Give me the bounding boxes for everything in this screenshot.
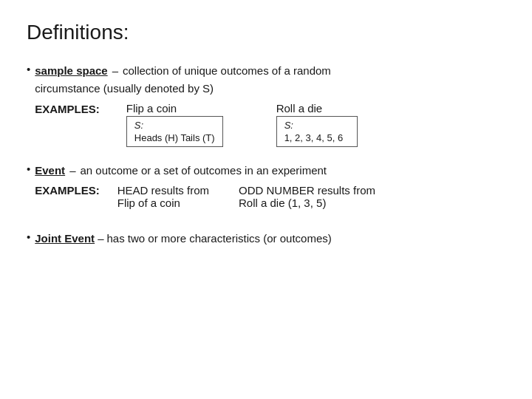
bullet-2: • — [27, 163, 30, 175]
roll-die-title: Roll a die — [276, 102, 323, 115]
flip-coin-sbox: S: Heads (H) Tails (T) — [126, 116, 223, 147]
roll-die-slabel: S: — [284, 120, 349, 131]
examples-label-2: EXAMPLES: — [35, 184, 100, 197]
roll-die-example: Roll a die S: 1, 2, 3, 4, 5, 6 — [276, 102, 358, 147]
event-content: Event – an outcome or a set of outcomes … — [35, 162, 375, 209]
dash-3: – — [98, 230, 103, 248]
flip-coin-svalues: Heads (H) Tails (T) — [134, 132, 215, 143]
dash-1: – — [112, 62, 118, 80]
event-examples: EXAMPLES: HEAD results from Flip of a co… — [35, 183, 375, 209]
sample-space-examples: EXAMPLES: Flip a coin S: Heads (H) Tails… — [35, 100, 357, 147]
joint-event-content: Joint Event – has two or more characteri… — [35, 230, 331, 248]
definition-2: an outcome or a set of outcomes in an ex… — [80, 162, 327, 180]
roll-die-sbox: S: 1, 2, 3, 4, 5, 6 — [276, 116, 358, 147]
term-joint-event: Joint Event — [35, 230, 95, 248]
dash-2: – — [69, 162, 75, 180]
examples-label-1: EXAMPLES: — [35, 103, 100, 115]
flip-coin-title: Flip a coin — [126, 102, 177, 115]
definition-1b: circumstance (usually denoted by S) — [35, 80, 214, 98]
event-left-col: HEAD results from Flip of a coin — [117, 184, 209, 209]
definition-3: has two or more characteristics (or outc… — [106, 230, 331, 248]
event-left-line2: Flip of a coin — [117, 197, 209, 209]
event-section: • Event – an outcome or a set of outcome… — [27, 162, 505, 209]
page-title: Definitions: — [27, 21, 505, 44]
event-right-line2: Roll a die (1, 3, 5) — [239, 197, 375, 209]
flip-coin-example: Flip a coin S: Heads (H) Tails (T) — [126, 102, 223, 147]
event-left-line1: HEAD results from — [117, 184, 209, 197]
joint-event-section: • Joint Event – has two or more characte… — [27, 230, 505, 248]
bullet-1: • — [27, 63, 30, 75]
event-right-col: ODD NUMBER results from Roll a die (1, 3… — [239, 184, 375, 209]
term-event: Event — [35, 162, 65, 180]
flip-coin-slabel: S: — [134, 120, 215, 131]
sample-space-content: sample space – collection of unique outc… — [35, 62, 357, 147]
event-right-line1: ODD NUMBER results from — [239, 184, 375, 197]
definition-1: collection of unique outcomes of a rando… — [123, 62, 331, 80]
term-sample-space: sample space — [35, 62, 107, 80]
sample-space-section: • sample space – collection of unique ou… — [27, 62, 505, 147]
roll-die-svalues: 1, 2, 3, 4, 5, 6 — [284, 132, 349, 143]
bullet-3: • — [27, 231, 30, 243]
